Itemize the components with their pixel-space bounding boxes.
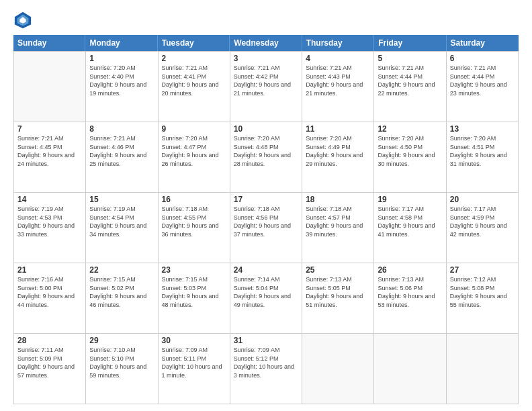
calendar-cell: 31 Sunrise: 7:09 AM Sunset: 5:12 PM Dayl…	[230, 334, 302, 404]
calendar-cell: 22 Sunrise: 7:15 AM Sunset: 5:02 PM Dayl…	[86, 263, 158, 334]
day-number: 15	[89, 195, 154, 204]
calendar-week-4: 21 Sunrise: 7:16 AM Sunset: 5:00 PM Dayl…	[14, 263, 519, 334]
day-info: Sunrise: 7:19 AM Sunset: 4:54 PM Dayligh…	[89, 205, 154, 238]
day-number: 27	[450, 265, 515, 275]
day-info: Sunrise: 7:21 AM Sunset: 4:42 PM Dayligh…	[234, 64, 298, 97]
day-info: Sunrise: 7:21 AM Sunset: 4:43 PM Dayligh…	[306, 64, 370, 97]
calendar-cell: 11 Sunrise: 7:20 AM Sunset: 4:49 PM Dayl…	[302, 122, 374, 193]
day-number: 22	[89, 265, 154, 275]
day-info: Sunrise: 7:20 AM Sunset: 4:51 PM Dayligh…	[450, 134, 515, 168]
calendar-cell: 2 Sunrise: 7:21 AM Sunset: 4:41 PM Dayli…	[159, 52, 230, 122]
day-info: Sunrise: 7:20 AM Sunset: 4:48 PM Dayligh…	[234, 134, 298, 168]
calendar-cell: 29 Sunrise: 7:10 AM Sunset: 5:10 PM Dayl…	[86, 334, 158, 404]
day-info: Sunrise: 7:20 AM Sunset: 4:40 PM Dayligh…	[89, 64, 154, 97]
page: SundayMondayTuesdayWednesdayThursdayFrid…	[0, 0, 532, 411]
calendar-cell	[302, 334, 374, 404]
day-number: 7	[17, 124, 82, 134]
calendar-cell: 23 Sunrise: 7:15 AM Sunset: 5:03 PM Dayl…	[159, 263, 230, 334]
day-number: 4	[306, 54, 370, 63]
day-info: Sunrise: 7:20 AM Sunset: 4:49 PM Dayligh…	[306, 134, 370, 168]
day-number: 23	[162, 265, 226, 275]
day-info: Sunrise: 7:19 AM Sunset: 4:53 PM Dayligh…	[17, 205, 82, 238]
day-info: Sunrise: 7:18 AM Sunset: 4:55 PM Dayligh…	[162, 205, 226, 238]
calendar-cell: 24 Sunrise: 7:14 AM Sunset: 5:04 PM Dayl…	[230, 263, 302, 334]
day-number: 26	[378, 265, 442, 275]
day-number: 24	[234, 265, 298, 275]
day-number: 31	[234, 336, 298, 345]
calendar-cell: 13 Sunrise: 7:20 AM Sunset: 4:51 PM Dayl…	[447, 122, 519, 193]
header-day-monday: Monday	[85, 35, 157, 51]
day-info: Sunrise: 7:15 AM Sunset: 5:03 PM Dayligh…	[162, 275, 226, 309]
day-info: Sunrise: 7:16 AM Sunset: 5:00 PM Dayligh…	[17, 275, 82, 309]
calendar-cell: 12 Sunrise: 7:20 AM Sunset: 4:50 PM Dayl…	[374, 122, 446, 193]
day-number: 29	[89, 336, 154, 345]
calendar-cell: 5 Sunrise: 7:21 AM Sunset: 4:44 PM Dayli…	[374, 52, 446, 122]
calendar-cell: 19 Sunrise: 7:17 AM Sunset: 4:58 PM Dayl…	[374, 193, 446, 263]
calendar-cell: 6 Sunrise: 7:21 AM Sunset: 4:44 PM Dayli…	[447, 52, 519, 122]
calendar-cell: 25 Sunrise: 7:13 AM Sunset: 5:05 PM Dayl…	[302, 263, 374, 334]
day-info: Sunrise: 7:15 AM Sunset: 5:02 PM Dayligh…	[89, 275, 154, 309]
day-info: Sunrise: 7:14 AM Sunset: 5:04 PM Dayligh…	[234, 275, 298, 309]
day-info: Sunrise: 7:13 AM Sunset: 5:06 PM Dayligh…	[378, 275, 442, 309]
day-number: 13	[450, 124, 515, 134]
day-number: 11	[306, 124, 370, 134]
calendar-cell	[14, 52, 86, 122]
calendar-week-3: 14 Sunrise: 7:19 AM Sunset: 4:53 PM Dayl…	[14, 193, 519, 263]
calendar-cell: 27 Sunrise: 7:12 AM Sunset: 5:08 PM Dayl…	[447, 263, 519, 334]
header-day-friday: Friday	[374, 35, 446, 51]
calendar-cell: 3 Sunrise: 7:21 AM Sunset: 4:42 PM Dayli…	[230, 52, 302, 122]
calendar-cell: 17 Sunrise: 7:18 AM Sunset: 4:56 PM Dayl…	[230, 193, 302, 263]
calendar-cell: 10 Sunrise: 7:20 AM Sunset: 4:48 PM Dayl…	[230, 122, 302, 193]
day-info: Sunrise: 7:09 AM Sunset: 5:12 PM Dayligh…	[234, 346, 298, 379]
calendar: SundayMondayTuesdayWednesdayThursdayFrid…	[13, 35, 519, 404]
header-day-thursday: Thursday	[302, 35, 374, 51]
day-info: Sunrise: 7:17 AM Sunset: 4:58 PM Dayligh…	[378, 205, 442, 238]
header-day-wednesday: Wednesday	[230, 35, 302, 51]
calendar-cell: 28 Sunrise: 7:11 AM Sunset: 5:09 PM Dayl…	[14, 334, 86, 404]
day-number: 14	[17, 195, 82, 204]
calendar-cell: 26 Sunrise: 7:13 AM Sunset: 5:06 PM Dayl…	[374, 263, 446, 334]
header-day-tuesday: Tuesday	[158, 35, 230, 51]
calendar-week-5: 28 Sunrise: 7:11 AM Sunset: 5:09 PM Dayl…	[14, 334, 519, 404]
day-number: 16	[162, 195, 226, 204]
calendar-cell: 30 Sunrise: 7:09 AM Sunset: 5:11 PM Dayl…	[159, 334, 230, 404]
calendar-cell	[374, 334, 446, 404]
calendar-cell: 14 Sunrise: 7:19 AM Sunset: 4:53 PM Dayl…	[14, 193, 86, 263]
day-number: 18	[306, 195, 370, 204]
calendar-cell: 21 Sunrise: 7:16 AM Sunset: 5:00 PM Dayl…	[14, 263, 86, 334]
day-info: Sunrise: 7:18 AM Sunset: 4:57 PM Dayligh…	[306, 205, 370, 238]
day-number: 1	[89, 54, 154, 63]
day-number: 17	[234, 195, 298, 204]
calendar-cell: 1 Sunrise: 7:20 AM Sunset: 4:40 PM Dayli…	[86, 52, 158, 122]
logo-icon	[13, 11, 32, 30]
day-number: 21	[17, 265, 82, 275]
header	[13, 11, 519, 30]
calendar-cell: 15 Sunrise: 7:19 AM Sunset: 4:54 PM Dayl…	[86, 193, 158, 263]
day-number: 5	[378, 54, 442, 63]
day-number: 2	[162, 54, 226, 63]
day-info: Sunrise: 7:09 AM Sunset: 5:11 PM Dayligh…	[162, 346, 226, 379]
calendar-week-1: 1 Sunrise: 7:20 AM Sunset: 4:40 PM Dayli…	[14, 52, 519, 122]
header-day-sunday: Sunday	[13, 35, 85, 51]
logo	[13, 13, 34, 30]
day-number: 25	[306, 265, 370, 275]
header-day-saturday: Saturday	[447, 35, 519, 51]
calendar-cell: 18 Sunrise: 7:18 AM Sunset: 4:57 PM Dayl…	[302, 193, 374, 263]
day-info: Sunrise: 7:21 AM Sunset: 4:46 PM Dayligh…	[89, 134, 154, 168]
day-number: 20	[450, 195, 515, 204]
calendar-cell: 8 Sunrise: 7:21 AM Sunset: 4:46 PM Dayli…	[86, 122, 158, 193]
calendar-cell: 4 Sunrise: 7:21 AM Sunset: 4:43 PM Dayli…	[302, 52, 374, 122]
day-number: 9	[162, 124, 226, 134]
day-number: 3	[234, 54, 298, 63]
day-info: Sunrise: 7:10 AM Sunset: 5:10 PM Dayligh…	[89, 346, 154, 379]
day-info: Sunrise: 7:20 AM Sunset: 4:50 PM Dayligh…	[378, 134, 442, 168]
day-info: Sunrise: 7:20 AM Sunset: 4:47 PM Dayligh…	[162, 134, 226, 168]
day-number: 6	[450, 54, 515, 63]
calendar-header: SundayMondayTuesdayWednesdayThursdayFrid…	[13, 35, 519, 51]
day-info: Sunrise: 7:13 AM Sunset: 5:05 PM Dayligh…	[306, 275, 370, 309]
day-info: Sunrise: 7:11 AM Sunset: 5:09 PM Dayligh…	[17, 346, 82, 379]
day-info: Sunrise: 7:17 AM Sunset: 4:59 PM Dayligh…	[450, 205, 515, 238]
day-info: Sunrise: 7:21 AM Sunset: 4:41 PM Dayligh…	[162, 64, 226, 97]
day-info: Sunrise: 7:21 AM Sunset: 4:44 PM Dayligh…	[450, 64, 515, 97]
day-number: 10	[234, 124, 298, 134]
